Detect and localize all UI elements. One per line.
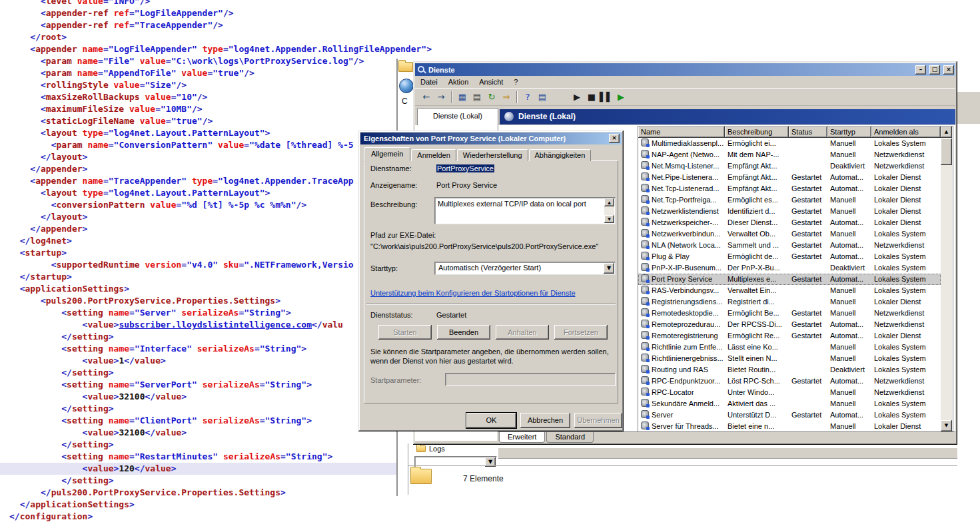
service-row[interactable]: Port Proxy ServiceMultiplexes e...Gestar…: [638, 274, 941, 285]
refresh-icon[interactable]: ↻: [485, 91, 498, 104]
scroll-down-button[interactable]: ▼: [604, 215, 614, 223]
services-window-icon: [417, 65, 426, 74]
service-row[interactable]: Plug & PlayErmöglicht de...GestartetAuto…: [638, 251, 941, 262]
maximize-button[interactable]: □: [929, 65, 940, 75]
services-titlebar[interactable]: Dienste – □ ×: [415, 63, 955, 76]
start-parameters-input: [445, 373, 616, 386]
description-text: Multiplexes external TCP/IP data on loca…: [438, 200, 603, 208]
view-tab-standard[interactable]: Standard: [546, 432, 594, 443]
close-icon[interactable]: ×: [609, 134, 620, 143]
description-box[interactable]: Multiplexes external TCP/IP data on loca…: [434, 197, 616, 224]
restart-service-icon[interactable]: ▶: [614, 91, 628, 104]
pane-header: Dienste (Lokal): [500, 109, 955, 125]
service-row[interactable]: NetzwerklistendienstIdentifiziert d...Ge…: [638, 206, 941, 217]
service-row[interactable]: RAS-Verbindungsv...Verwaltet Ein...Manue…: [638, 285, 941, 296]
service-icon: [641, 138, 649, 146]
exe-path-value: "C:\work\ais\puls200.PortProxyService\pu…: [370, 242, 598, 250]
list-rows: Multimediaklassenpl...Ermöglicht ei...Ma…: [638, 138, 941, 431]
service-row[interactable]: NLA (Network Loca...Sammelt und ...Gesta…: [638, 240, 941, 251]
service-row[interactable]: Remoteprozedurau...Der RPCSS-Di...Gestar…: [638, 319, 941, 330]
tree-item-label: Logs: [429, 445, 445, 453]
computer-icon[interactable]: [399, 79, 414, 93]
service-row[interactable]: Richtlinienergebniss...Stellt einen N...…: [638, 353, 941, 364]
service-row[interactable]: Net.Tcp-Listenerad...Empfängt Akt...Gest…: [638, 183, 941, 194]
scroll-up-button[interactable]: ▲: [941, 127, 952, 138]
list-header: NameBeschreibungStatusStarttypAnmelden a…: [638, 127, 941, 138]
scroll-thumb[interactable]: [941, 138, 952, 165]
chevron-down-icon[interactable]: ▼: [604, 263, 614, 274]
toolbar: ←→▦▤↻⇒?▤▶■▌▌▶: [415, 88, 955, 106]
resume-button: Fortsetzen: [554, 325, 608, 340]
dialog-titlebar[interactable]: Eigenschaften von Port Proxy Service (Lo…: [360, 132, 622, 144]
tab-allgemein[interactable]: Allgemein: [364, 147, 410, 161]
minimize-button[interactable]: –: [915, 65, 926, 75]
start-type-combobox[interactable]: Automatisch (Verzögerter Start) ▼: [434, 262, 616, 275]
code-line: <appender-ref ref="TraceAppender"/>: [0, 19, 980, 31]
description-scrollbar[interactable]: ▲ ▼: [604, 198, 614, 223]
service-row[interactable]: Net.Msmq-Listener...Empfängt Akt...Deakt…: [638, 160, 941, 172]
service-row[interactable]: Remotedesktopdie...Ermöglicht Be...Gesta…: [638, 308, 941, 319]
column-header-name[interactable]: Name: [638, 127, 725, 138]
export-icon[interactable]: ⇒: [500, 91, 513, 104]
stop-service-icon[interactable]: ■: [585, 91, 598, 104]
menu-aktion[interactable]: Aktion: [443, 77, 474, 87]
scroll-up-button[interactable]: ▲: [604, 198, 614, 206]
pane-divider: [408, 443, 408, 495]
properties-icon[interactable]: ▤: [536, 91, 549, 104]
service-row[interactable]: Registrierungsdiens...Registriert di...M…: [638, 296, 941, 308]
column-header-beschreibung[interactable]: Beschreibung: [725, 127, 789, 138]
service-row[interactable]: RPC-Endpunktzuor...Löst RPC-Sch...Gestar…: [638, 376, 941, 387]
help-icon[interactable]: ?: [521, 91, 534, 104]
service-row[interactable]: Netzwerkverbindun...Verwaltet Ob...Gesta…: [638, 228, 941, 240]
service-row[interactable]: Sekundäre Anmeld...Aktiviert das ...Manu…: [638, 398, 941, 409]
console-tab[interactable]: Dienste (Lokal): [417, 108, 498, 125]
service-row[interactable]: RemoteregistrierungErmöglicht Re...Gesta…: [638, 330, 941, 342]
service-properties-dialog: Eigenschaften von Port Proxy Service (Lo…: [358, 131, 624, 431]
service-row[interactable]: RPC-LocatorUnter Windo...ManuellNetzwerk…: [638, 387, 941, 398]
service-row[interactable]: NAP-Agent (Netwo...Mit dem NAP-...Manuel…: [638, 149, 941, 160]
menu-datei[interactable]: Datei: [415, 77, 443, 87]
startup-options-help-link[interactable]: Unterstützung beim Konfigurieren der Sta…: [370, 289, 576, 297]
folder-icon: [416, 445, 426, 452]
service-row[interactable]: Netzwerkspeicher-...Dieser Dienst...Gest…: [638, 217, 941, 228]
column-header-anmelden-als[interactable]: Anmelden als: [871, 127, 941, 138]
service-row[interactable]: Server für Threads...Bietet eine n...Man…: [638, 421, 941, 431]
menu-help[interactable]: ?: [508, 77, 523, 87]
service-row[interactable]: Net.Tcp-Portfreiga...Ermöglicht es...Ges…: [638, 194, 941, 206]
code-line: <appender-ref ref="LogFileAppender"/>: [0, 7, 980, 19]
view-tab-erweitert[interactable]: Erweitert: [499, 432, 545, 443]
close-button[interactable]: ×: [943, 65, 954, 75]
service-row[interactable]: PnP-X-IP-Busenum...Der PnP-X-Bu...Deakti…: [638, 262, 941, 274]
stop-button[interactable]: Beenden: [437, 325, 490, 340]
back-icon[interactable]: ←: [420, 91, 433, 104]
tab-abhngigkeiten[interactable]: Abhängigkeiten: [529, 149, 592, 161]
start-service-icon[interactable]: ▶: [570, 91, 584, 104]
start-button: Starten: [378, 325, 432, 340]
service-icon: [641, 297, 649, 305]
column-header-starttyp[interactable]: Starttyp: [827, 127, 871, 138]
cancel-button[interactable]: Abbrechen: [520, 413, 570, 428]
folder-icon[interactable]: [398, 62, 413, 72]
service-icon: [641, 184, 649, 192]
show-console-tree-icon[interactable]: ▦: [456, 91, 469, 104]
export-list-icon[interactable]: ▤: [470, 91, 484, 104]
forward-icon[interactable]: →: [434, 91, 448, 104]
service-icon: [641, 354, 649, 362]
pause-service-icon[interactable]: ▌▌: [600, 91, 613, 104]
service-row[interactable]: Multimediaklassenpl...Ermöglicht ei...Ma…: [638, 138, 941, 149]
service-row[interactable]: Routing und RASBietet Routin...Deaktivie…: [638, 364, 941, 376]
service-row[interactable]: ServerUnterstützt D...GestartetAutomat..…: [638, 409, 941, 421]
ok-button[interactable]: OK: [466, 413, 516, 428]
column-header-status[interactable]: Status: [789, 127, 827, 138]
menu-ansicht[interactable]: Ansicht: [474, 77, 508, 87]
service-row[interactable]: Richtlinie zum Entfe...Lässt eine Ko...M…: [638, 342, 941, 353]
explorer-combobox[interactable]: ▼: [414, 456, 497, 469]
tree-item-logs[interactable]: Logs: [416, 445, 445, 453]
service-row[interactable]: Net.Pipe-Listenera...Empfängt Akt...Gest…: [638, 172, 941, 183]
scroll-down-button[interactable]: ▼: [941, 420, 952, 431]
tab-anmelden[interactable]: Anmelden: [411, 149, 456, 161]
folder-icon: [410, 469, 432, 484]
service-icon: [641, 342, 649, 350]
tab-wiederherstellung[interactable]: Wiederherstellung: [457, 149, 528, 161]
list-scrollbar[interactable]: ▲ ▼: [941, 127, 952, 431]
